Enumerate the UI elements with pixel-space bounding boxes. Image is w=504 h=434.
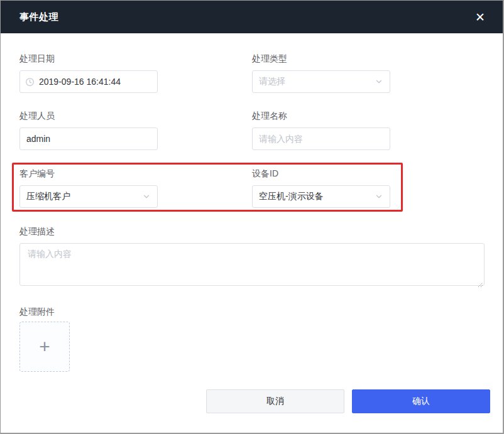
customer-number-value: 压缩机客户	[26, 191, 70, 202]
form-row-1: 处理日期 处理类型 请选择	[19, 53, 484, 93]
cancel-button[interactable]: 取消	[206, 389, 344, 413]
process-person-value[interactable]	[26, 134, 151, 144]
process-attachment-label: 处理附件	[19, 306, 484, 318]
process-date-value[interactable]	[39, 77, 151, 87]
process-name-input[interactable]	[252, 127, 390, 150]
process-type-select[interactable]: 请选择	[252, 70, 390, 93]
clock-icon	[25, 77, 35, 87]
process-date-label: 处理日期	[19, 53, 158, 65]
field-process-date: 处理日期	[19, 53, 158, 93]
chevron-down-icon	[375, 192, 383, 201]
field-process-person: 处理人员	[19, 110, 158, 150]
process-person-input[interactable]	[19, 127, 158, 150]
process-description-label: 处理描述	[19, 225, 484, 237]
field-process-name: 处理名称	[252, 110, 390, 150]
resize-handle-icon[interactable]	[477, 279, 483, 285]
close-icon[interactable]: ✕	[471, 9, 489, 26]
process-name-value[interactable]	[259, 134, 383, 144]
form-row-2: 处理人员 处理名称	[19, 110, 484, 150]
dialog-body: 处理日期 处理类型 请选择	[1, 33, 503, 372]
confirm-button[interactable]: 确认	[352, 389, 490, 413]
event-handling-dialog: 事件处理 ✕ 处理日期 处理类型	[0, 0, 504, 434]
dialog-footer: 取消 确认	[206, 389, 490, 413]
process-date-input[interactable]	[19, 70, 158, 93]
process-person-label: 处理人员	[19, 110, 158, 122]
plus-icon: +	[39, 337, 50, 356]
device-id-label: 设备ID	[252, 168, 390, 180]
device-id-value: 空压机-演示设备	[259, 191, 324, 202]
process-description-textarea[interactable]	[19, 243, 485, 286]
field-process-description: 处理描述	[19, 225, 484, 288]
dialog-title: 事件处理	[19, 11, 58, 23]
chevron-down-icon	[142, 192, 151, 201]
field-process-attachment: 处理附件 +	[19, 306, 484, 372]
process-type-label: 处理类型	[252, 53, 390, 65]
field-customer-number: 客户编号 压缩机客户	[19, 168, 158, 208]
dialog-header: 事件处理 ✕	[1, 1, 503, 33]
customer-number-label: 客户编号	[19, 168, 158, 180]
field-process-type: 处理类型 请选择	[252, 53, 390, 93]
attachment-upload-button[interactable]: +	[19, 322, 70, 372]
process-type-placeholder: 请选择	[259, 76, 285, 87]
customer-number-select[interactable]: 压缩机客户	[19, 185, 158, 208]
form-row-3: 客户编号 压缩机客户 设备ID 空压机-演示设备	[19, 168, 484, 208]
chevron-down-icon	[375, 77, 383, 86]
field-device-id: 设备ID 空压机-演示设备	[252, 168, 390, 208]
process-name-label: 处理名称	[252, 110, 390, 122]
device-id-select[interactable]: 空压机-演示设备	[252, 185, 390, 208]
